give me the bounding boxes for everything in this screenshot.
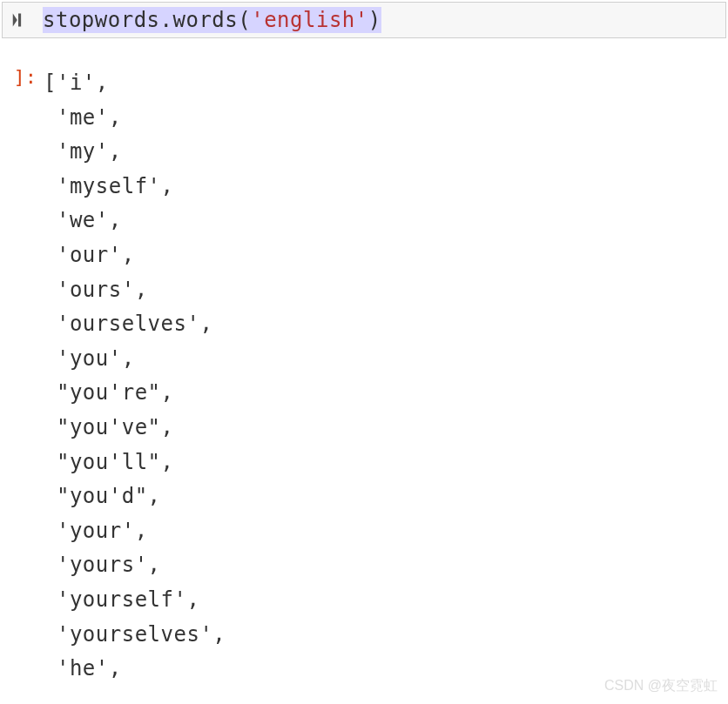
output-prompt: ]: xyxy=(0,66,44,687)
output-content: ['i', 'me', 'my', 'myself', 'we', 'our',… xyxy=(44,66,226,687)
output-area: ]: ['i', 'me', 'my', 'myself', 'we', 'ou… xyxy=(0,38,728,687)
input-cell[interactable]: stopwords.words('english') xyxy=(2,2,726,38)
code-suffix: ) xyxy=(368,8,381,32)
run-icon[interactable] xyxy=(10,11,27,29)
code-string: 'english' xyxy=(251,8,368,32)
code-prefix: stopwords.words( xyxy=(43,8,251,32)
watermark: CSDN @夜空霓虹 xyxy=(604,677,718,695)
code-input[interactable]: stopwords.words('english') xyxy=(43,8,381,32)
svg-rect-0 xyxy=(18,14,21,27)
